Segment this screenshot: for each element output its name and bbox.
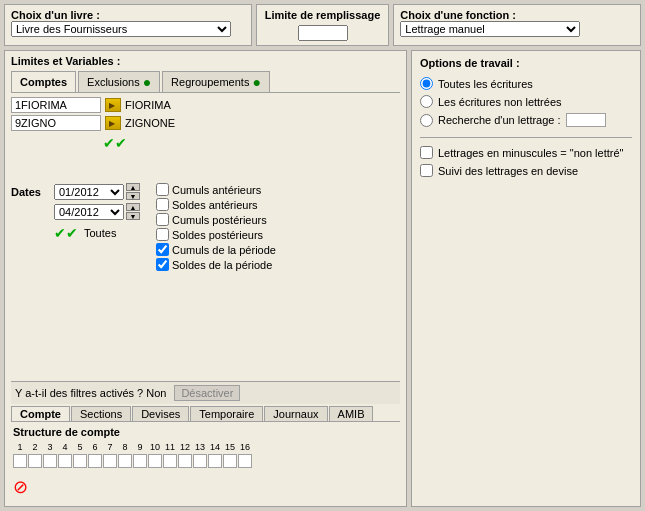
structure-cells <box>13 454 398 468</box>
recherche-lettrage-input[interactable] <box>566 113 606 127</box>
tab-devises[interactable]: Devises <box>132 406 189 421</box>
structure-section: Structure de compte 1 2 3 4 5 6 7 8 9 10… <box>11 422 400 502</box>
account-name-2: ZIGNONE <box>125 117 175 129</box>
account-entry-1: FIORIMA <box>11 97 400 113</box>
toutes-icon: ✔✔ <box>54 225 78 241</box>
checkbox-soldes-periode-label: Soldes de la période <box>172 259 272 271</box>
checkbox-soldes-ant-input[interactable] <box>156 198 169 211</box>
account-icon-2 <box>105 116 121 130</box>
radio-nonlettrees-input[interactable] <box>420 95 433 108</box>
limite-panel: Limite de remplissage 0 <box>256 4 390 46</box>
choix-fonction-panel: Choix d'une fonction : Lettrage manuelLe… <box>393 4 641 46</box>
date-from-select[interactable]: 01/2012 <box>54 184 124 200</box>
checkbox-cumuls-post-input[interactable] <box>156 213 169 226</box>
radio-toutes: Toutes les écritures <box>420 77 632 90</box>
struct-cell-2[interactable] <box>28 454 42 468</box>
limites-label: Limites et Variables : <box>11 55 400 67</box>
tab-journaux[interactable]: Journaux <box>264 406 327 421</box>
check-devise: Suivi des lettrages en devise <box>420 164 632 177</box>
struct-cell-9[interactable] <box>133 454 147 468</box>
checkbox-cumuls-post-label: Cumuls postérieurs <box>172 214 267 226</box>
tab-sections[interactable]: Sections <box>71 406 131 421</box>
check-devise-input[interactable] <box>420 164 433 177</box>
toutes-label: Toutes <box>84 227 116 239</box>
radio-nonlettrees: Les écritures non lettrées <box>420 95 632 108</box>
checkbox-soldes-post: Soldes postérieurs <box>156 228 276 241</box>
add-account-icon[interactable]: ✔✔ <box>103 135 127 151</box>
dates-label: Dates <box>11 183 46 198</box>
struct-cell-3[interactable] <box>43 454 57 468</box>
checkbox-cumuls-periode-label: Cumuls de la période <box>172 244 276 256</box>
struct-cell-5[interactable] <box>73 454 87 468</box>
structure-title: Structure de compte <box>13 426 398 438</box>
tab-regroupements[interactable]: Regroupements ● <box>162 71 270 92</box>
radio-nonlettrees-label: Les écritures non lettrées <box>438 96 562 108</box>
choix-livre-select[interactable]: Livre des FournisseursLivre des ClientsJ… <box>11 21 231 37</box>
check-devise-label: Suivi des lettrages en devise <box>438 165 578 177</box>
bottom-tabs: Compte Sections Devises Temporaire Journ… <box>11 406 400 422</box>
checkbox-cumuls-post: Cumuls postérieurs <box>156 213 276 226</box>
date-to-up[interactable]: ▲ <box>126 203 140 211</box>
options-title: Options de travail : <box>420 57 632 69</box>
checkbox-cumuls-ant-label: Cumuls antérieurs <box>172 184 261 196</box>
tab-temporaire[interactable]: Temporaire <box>190 406 263 421</box>
dates-section: Dates 01/2012 ▲ ▼ 04/2012 <box>11 183 400 271</box>
date-from-up[interactable]: ▲ <box>126 183 140 191</box>
account-name-1: FIORIMA <box>125 99 171 111</box>
exclusions-icon: ● <box>143 74 151 90</box>
date-to-down[interactable]: ▼ <box>126 212 140 220</box>
checkbox-soldes-periode-input[interactable] <box>156 258 169 271</box>
radio-toutes-label: Toutes les écritures <box>438 78 533 90</box>
struct-cell-7[interactable] <box>103 454 117 468</box>
struct-cell-14[interactable] <box>208 454 222 468</box>
tab-exclusions[interactable]: Exclusions ● <box>78 71 160 92</box>
filters-row: Y a-t-il des filtres activés ? Non Désac… <box>11 381 400 404</box>
date-to-spin: ▲ ▼ <box>126 203 140 220</box>
checkbox-cumuls-ant: Cumuls antérieurs <box>156 183 276 196</box>
account-code-1[interactable] <box>11 97 101 113</box>
checkbox-soldes-ant-label: Soldes antérieurs <box>172 199 258 211</box>
struct-cell-1[interactable] <box>13 454 27 468</box>
struct-cell-8[interactable] <box>118 454 132 468</box>
dates-inputs: 01/2012 ▲ ▼ 04/2012 ▲ ▼ <box>54 183 140 241</box>
desactiver-button[interactable]: Désactiver <box>174 385 240 401</box>
choix-fonction-label: Choix d'une fonction : <box>400 9 516 21</box>
accounts-col: FIORIMA ZIGNONE ✔✔ <box>11 97 400 177</box>
tab-compte[interactable]: Compte <box>11 406 70 421</box>
checkbox-soldes-post-input[interactable] <box>156 228 169 241</box>
checkbox-soldes-post-label: Soldes postérieurs <box>172 229 263 241</box>
choix-livre-label: Choix d'un livre : <box>11 9 100 21</box>
checkbox-cumuls-periode-input[interactable] <box>156 243 169 256</box>
tab-amib[interactable]: AMIB <box>329 406 374 421</box>
check-group: Lettrages en minuscules = "non lettré" S… <box>420 146 632 177</box>
tab-comptes[interactable]: Comptes <box>11 71 76 92</box>
struct-cell-16[interactable] <box>238 454 252 468</box>
struct-cell-10[interactable] <box>148 454 162 468</box>
account-code-2[interactable] <box>11 115 101 131</box>
checkbox-cumuls-ant-input[interactable] <box>156 183 169 196</box>
account-icon-1 <box>105 98 121 112</box>
date-from-down[interactable]: ▼ <box>126 192 140 200</box>
struct-cell-12[interactable] <box>178 454 192 468</box>
radio-toutes-input[interactable] <box>420 77 433 90</box>
struct-cell-6[interactable] <box>88 454 102 468</box>
date-from-row: 01/2012 ▲ ▼ <box>54 183 140 200</box>
choix-fonction-select[interactable]: Lettrage manuelLettrage automatiqueConsu… <box>400 21 580 37</box>
regroupements-icon: ● <box>252 74 260 90</box>
limites-tabs: Comptes Exclusions ● Regroupements ● <box>11 71 400 93</box>
check-minuscules-label: Lettrages en minuscules = "non lettré" <box>438 147 623 159</box>
filters-label: Y a-t-il des filtres activés ? Non <box>15 387 166 399</box>
struct-cell-15[interactable] <box>223 454 237 468</box>
struct-cell-11[interactable] <box>163 454 177 468</box>
date-to-select[interactable]: 04/2012 <box>54 204 124 220</box>
no-entry-icon[interactable]: ⊘ <box>13 476 398 498</box>
check-minuscules-input[interactable] <box>420 146 433 159</box>
divider <box>420 137 632 138</box>
radio-group: Toutes les écritures Les écritures non l… <box>420 77 632 127</box>
struct-cell-4[interactable] <box>58 454 72 468</box>
check-minuscules: Lettrages en minuscules = "non lettré" <box>420 146 632 159</box>
checkboxes-col: Cumuls antérieurs Soldes antérieurs Cumu… <box>156 183 276 271</box>
struct-cell-13[interactable] <box>193 454 207 468</box>
radio-recherche-input[interactable] <box>420 114 433 127</box>
limite-input[interactable]: 0 <box>298 25 348 41</box>
